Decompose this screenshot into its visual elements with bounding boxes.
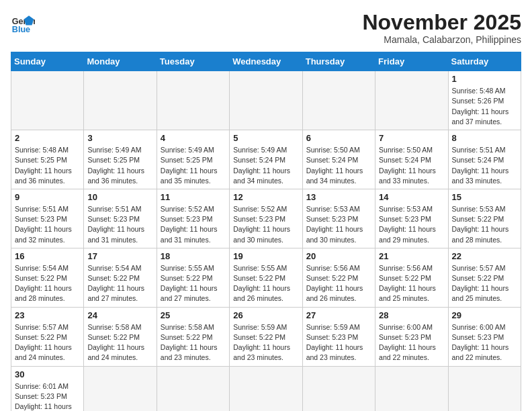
weekday-header-thursday: Thursday: [302, 52, 375, 71]
calendar-cell: 13Sunrise: 5:53 AMSunset: 5:23 PMDayligh…: [302, 189, 375, 248]
day-number: 18: [161, 251, 226, 261]
day-info: Sunrise: 5:56 AMSunset: 5:22 PMDaylight:…: [306, 263, 371, 304]
calendar-cell: 15Sunrise: 5:53 AMSunset: 5:22 PMDayligh…: [448, 189, 521, 248]
calendar-cell: [84, 366, 157, 411]
day-info: Sunrise: 5:56 AMSunset: 5:22 PMDaylight:…: [379, 263, 444, 304]
calendar-cell: 18Sunrise: 5:55 AMSunset: 5:22 PMDayligh…: [157, 248, 229, 307]
generalblue-logo-icon: General Blue: [11, 11, 35, 35]
calendar-cell: [157, 366, 229, 411]
day-number: 8: [452, 133, 517, 143]
day-number: 3: [87, 133, 152, 143]
day-info: Sunrise: 5:49 AMSunset: 5:24 PMDaylight:…: [233, 145, 298, 186]
calendar-week-2: 2Sunrise: 5:48 AMSunset: 5:25 PMDaylight…: [11, 130, 521, 189]
day-number: 26: [233, 310, 298, 320]
calendar-week-5: 23Sunrise: 5:57 AMSunset: 5:22 PMDayligh…: [11, 307, 521, 366]
calendar-cell: 8Sunrise: 5:51 AMSunset: 5:24 PMDaylight…: [448, 130, 521, 189]
calendar-cell: [375, 71, 448, 130]
calendar-week-3: 9Sunrise: 5:51 AMSunset: 5:23 PMDaylight…: [11, 189, 521, 248]
calendar-cell: 23Sunrise: 5:57 AMSunset: 5:22 PMDayligh…: [11, 307, 84, 366]
day-number: 21: [379, 251, 444, 261]
calendar-cell: 5Sunrise: 5:49 AMSunset: 5:24 PMDaylight…: [230, 130, 302, 189]
calendar-week-6: 30Sunrise: 6:01 AMSunset: 5:23 PMDayligh…: [11, 366, 521, 411]
day-info: Sunrise: 5:57 AMSunset: 5:22 PMDaylight:…: [15, 322, 80, 363]
calendar-cell: 25Sunrise: 5:58 AMSunset: 5:22 PMDayligh…: [157, 307, 229, 366]
day-info: Sunrise: 5:59 AMSunset: 5:22 PMDaylight:…: [233, 322, 298, 363]
day-info: Sunrise: 5:54 AMSunset: 5:22 PMDaylight:…: [15, 263, 80, 304]
calendar-cell: 19Sunrise: 5:55 AMSunset: 5:22 PMDayligh…: [230, 248, 302, 307]
day-number: 23: [15, 310, 80, 320]
day-number: 5: [233, 133, 298, 143]
day-number: 25: [161, 310, 226, 320]
calendar-cell: 26Sunrise: 5:59 AMSunset: 5:22 PMDayligh…: [230, 307, 302, 366]
calendar-body: 1Sunrise: 5:48 AMSunset: 5:26 PMDaylight…: [11, 71, 521, 411]
calendar-week-1: 1Sunrise: 5:48 AMSunset: 5:26 PMDaylight…: [11, 71, 521, 130]
day-info: Sunrise: 5:58 AMSunset: 5:22 PMDaylight:…: [161, 322, 226, 363]
day-number: 4: [161, 133, 226, 143]
day-info: Sunrise: 5:59 AMSunset: 5:23 PMDaylight:…: [306, 322, 371, 363]
calendar-cell: 11Sunrise: 5:52 AMSunset: 5:23 PMDayligh…: [157, 189, 229, 248]
calendar-cell: 27Sunrise: 5:59 AMSunset: 5:23 PMDayligh…: [302, 307, 375, 366]
day-number: 14: [379, 192, 444, 202]
day-info: Sunrise: 5:50 AMSunset: 5:24 PMDaylight:…: [306, 145, 371, 186]
calendar-header-row: SundayMondayTuesdayWednesdayThursdayFrid…: [11, 52, 521, 71]
calendar-cell: 21Sunrise: 5:56 AMSunset: 5:22 PMDayligh…: [375, 248, 448, 307]
day-info: Sunrise: 5:48 AMSunset: 5:26 PMDaylight:…: [452, 86, 517, 127]
day-number: 22: [452, 251, 517, 261]
calendar-cell: [84, 71, 157, 130]
calendar-cell: 29Sunrise: 6:00 AMSunset: 5:23 PMDayligh…: [448, 307, 521, 366]
calendar-cell: [375, 366, 448, 411]
calendar-cell: [11, 71, 84, 130]
calendar-cell: 20Sunrise: 5:56 AMSunset: 5:22 PMDayligh…: [302, 248, 375, 307]
day-info: Sunrise: 5:51 AMSunset: 5:23 PMDaylight:…: [15, 204, 80, 245]
calendar-cell: 12Sunrise: 5:52 AMSunset: 5:23 PMDayligh…: [230, 189, 302, 248]
day-number: 10: [87, 192, 152, 202]
day-number: 11: [161, 192, 226, 202]
day-info: Sunrise: 5:48 AMSunset: 5:25 PMDaylight:…: [15, 145, 80, 186]
day-number: 1: [452, 74, 517, 84]
day-info: Sunrise: 5:49 AMSunset: 5:25 PMDaylight:…: [161, 145, 226, 186]
day-number: 2: [15, 133, 80, 143]
weekday-header-saturday: Saturday: [448, 52, 521, 71]
calendar-cell: [157, 71, 229, 130]
calendar-cell: [302, 71, 375, 130]
calendar-cell: 9Sunrise: 5:51 AMSunset: 5:23 PMDaylight…: [11, 189, 84, 248]
calendar-cell: 16Sunrise: 5:54 AMSunset: 5:22 PMDayligh…: [11, 248, 84, 307]
day-info: Sunrise: 5:55 AMSunset: 5:22 PMDaylight:…: [233, 263, 298, 304]
day-number: 29: [452, 310, 517, 320]
calendar-cell: 10Sunrise: 5:51 AMSunset: 5:23 PMDayligh…: [84, 189, 157, 248]
day-number: 13: [306, 192, 371, 202]
day-number: 12: [233, 192, 298, 202]
logo: General Blue: [11, 11, 35, 35]
day-number: 30: [15, 369, 80, 379]
day-number: 24: [87, 310, 152, 320]
day-info: Sunrise: 6:00 AMSunset: 5:23 PMDaylight:…: [452, 322, 517, 363]
day-info: Sunrise: 5:53 AMSunset: 5:23 PMDaylight:…: [306, 204, 371, 245]
day-info: Sunrise: 5:53 AMSunset: 5:22 PMDaylight:…: [452, 204, 517, 245]
calendar-cell: 30Sunrise: 6:01 AMSunset: 5:23 PMDayligh…: [11, 366, 84, 411]
svg-text:Blue: Blue: [12, 25, 30, 34]
day-number: 9: [15, 192, 80, 202]
calendar-cell: 1Sunrise: 5:48 AMSunset: 5:26 PMDaylight…: [448, 71, 521, 130]
day-number: 19: [233, 251, 298, 261]
day-info: Sunrise: 6:01 AMSunset: 5:23 PMDaylight:…: [15, 381, 80, 411]
calendar-cell: 22Sunrise: 5:57 AMSunset: 5:22 PMDayligh…: [448, 248, 521, 307]
calendar-cell: 17Sunrise: 5:54 AMSunset: 5:22 PMDayligh…: [84, 248, 157, 307]
calendar-cell: 6Sunrise: 5:50 AMSunset: 5:24 PMDaylight…: [302, 130, 375, 189]
day-number: 7: [379, 133, 444, 143]
day-info: Sunrise: 5:57 AMSunset: 5:22 PMDaylight:…: [452, 263, 517, 304]
calendar-cell: 28Sunrise: 6:00 AMSunset: 5:23 PMDayligh…: [375, 307, 448, 366]
month-title: November 2025: [362, 11, 521, 34]
day-info: Sunrise: 5:51 AMSunset: 5:24 PMDaylight:…: [452, 145, 517, 186]
weekday-header-wednesday: Wednesday: [230, 52, 302, 71]
day-info: Sunrise: 5:54 AMSunset: 5:22 PMDaylight:…: [87, 263, 152, 304]
location-title: Mamala, Calabarzon, Philippines: [362, 34, 521, 45]
calendar-cell: 7Sunrise: 5:50 AMSunset: 5:24 PMDaylight…: [375, 130, 448, 189]
day-info: Sunrise: 5:49 AMSunset: 5:25 PMDaylight:…: [87, 145, 152, 186]
calendar-cell: 4Sunrise: 5:49 AMSunset: 5:25 PMDaylight…: [157, 130, 229, 189]
weekday-header-tuesday: Tuesday: [157, 52, 229, 71]
day-info: Sunrise: 5:58 AMSunset: 5:22 PMDaylight:…: [87, 322, 152, 363]
day-info: Sunrise: 5:53 AMSunset: 5:23 PMDaylight:…: [379, 204, 444, 245]
day-info: Sunrise: 5:52 AMSunset: 5:23 PMDaylight:…: [161, 204, 226, 245]
day-info: Sunrise: 6:00 AMSunset: 5:23 PMDaylight:…: [379, 322, 444, 363]
calendar-cell: [448, 366, 521, 411]
